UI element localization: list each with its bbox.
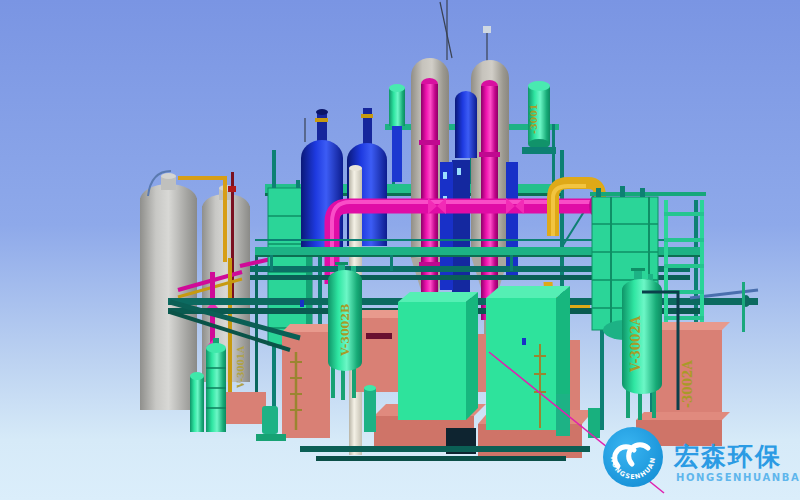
tag-vessel-right: V-3002A <box>629 315 643 373</box>
tag-cylinder-3001: -3001 <box>528 104 539 134</box>
tag-small-left: V-3001A <box>236 345 246 389</box>
logo-english-name: HONGSENHUANBAO <box>676 472 800 483</box>
plant-scene-canvas: -3001 <box>0 0 800 500</box>
tag-pipe-right: -3002A <box>681 360 695 408</box>
logo-chinese-name: 宏森环保 <box>673 442 782 471</box>
tag-vessel-left: V-3002B <box>339 304 352 357</box>
plant-3d-render: -3001 <box>0 0 800 500</box>
